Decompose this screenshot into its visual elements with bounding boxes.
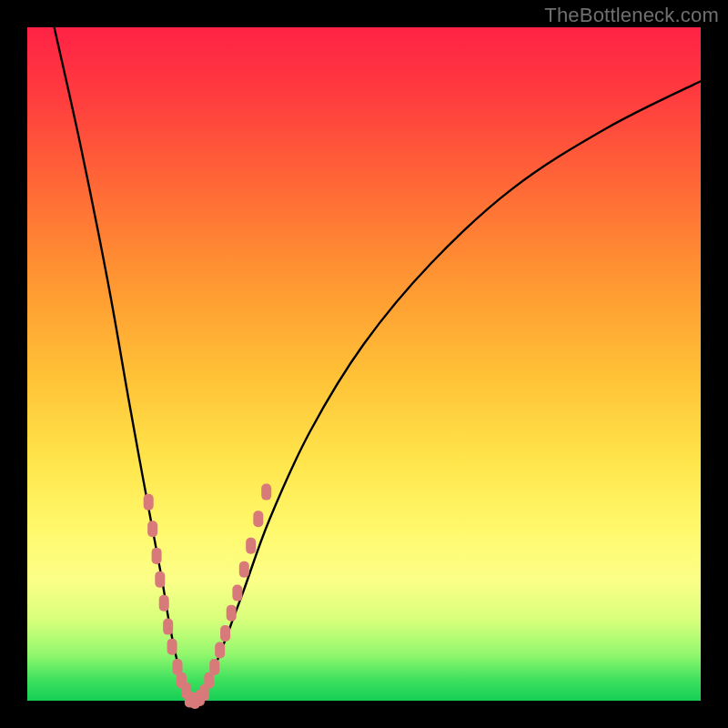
data-marker	[215, 642, 225, 659]
outer-frame: TheBottleneck.com	[0, 0, 728, 728]
plot-area	[27, 27, 701, 701]
data-marker	[167, 639, 177, 655]
data-marker	[232, 585, 242, 602]
bottleneck-curve	[55, 27, 701, 701]
data-marker	[152, 548, 162, 564]
data-marker	[253, 511, 263, 527]
data-marker	[227, 605, 237, 622]
data-marker	[163, 619, 173, 635]
chart-svg	[27, 27, 701, 701]
data-marker	[159, 595, 169, 612]
data-marker	[199, 684, 209, 701]
watermark-text: TheBottleneck.com	[544, 4, 719, 27]
data-marker	[246, 538, 256, 554]
data-marker	[220, 625, 230, 642]
data-marker	[261, 484, 271, 500]
data-marker	[239, 561, 249, 578]
data-marker	[144, 494, 154, 511]
data-marker	[155, 571, 165, 588]
data-marker	[209, 659, 219, 675]
data-marker	[147, 521, 157, 537]
